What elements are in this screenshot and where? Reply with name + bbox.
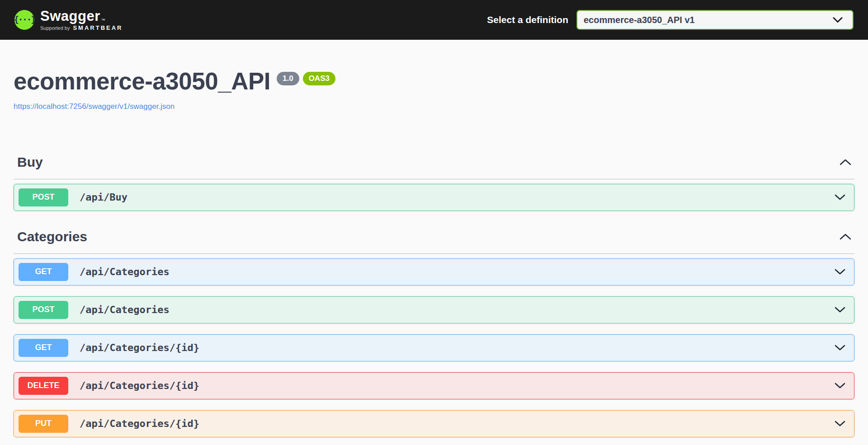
tagline: Supported by SMARTBEAR bbox=[40, 24, 123, 31]
tag-section-categories: Categories GET /api/Categories POST /api… bbox=[14, 229, 854, 437]
chevron-down-icon bbox=[834, 344, 846, 351]
collapse-section-button[interactable] bbox=[836, 233, 854, 240]
method-badge: GET bbox=[19, 339, 68, 357]
swagger-logo-icon: {···} bbox=[14, 10, 34, 30]
operation-row[interactable]: GET /api/Categories/{id} bbox=[14, 334, 854, 361]
version-badge: 1.0 bbox=[277, 72, 299, 85]
tag-title: Buy bbox=[14, 155, 43, 170]
chevron-down-icon bbox=[834, 420, 846, 427]
method-badge: POST bbox=[19, 301, 68, 319]
tag-title: Categories bbox=[14, 229, 87, 244]
operation-row[interactable]: POST /api/Buy bbox=[14, 184, 854, 211]
chevron-up-icon bbox=[839, 233, 852, 240]
tagline-prefix: Supported by bbox=[40, 25, 70, 31]
operation-row[interactable]: DELETE /api/Categories/{id} bbox=[14, 372, 854, 399]
definition-selector: Select a definition ecommerce-a3050_API … bbox=[487, 10, 854, 30]
method-badge: GET bbox=[19, 263, 68, 281]
tag-header-buy[interactable]: Buy bbox=[14, 155, 854, 179]
info-container: ecommerce-a3050_API 1.0 OAS3 https://loc… bbox=[14, 40, 854, 111]
chevron-down-icon bbox=[834, 382, 846, 389]
braces-icon: {···} bbox=[14, 14, 35, 24]
brand-name: Swagger bbox=[40, 9, 100, 23]
operation-path: /api/Categories/{id} bbox=[80, 380, 199, 391]
operation-path: /api/Buy bbox=[80, 192, 127, 203]
operation-path: /api/Categories bbox=[80, 266, 170, 277]
trademark: ™ bbox=[101, 18, 105, 23]
page-title: ecommerce-a3050_API bbox=[14, 68, 270, 95]
chevron-down-icon bbox=[834, 306, 846, 313]
tag-header-categories[interactable]: Categories bbox=[14, 229, 854, 254]
main-content: ecommerce-a3050_API 1.0 OAS3 https://loc… bbox=[0, 40, 868, 445]
method-badge: DELETE bbox=[19, 377, 68, 395]
expand-operation-button[interactable] bbox=[834, 194, 847, 201]
tag-section-buy: Buy POST /api/Buy bbox=[14, 155, 854, 211]
chevron-up-icon bbox=[839, 159, 852, 166]
expand-operation-button[interactable] bbox=[834, 306, 847, 313]
definition-select[interactable]: ecommerce-a3050_API v1 bbox=[576, 10, 854, 30]
operation-path: /api/Categories bbox=[80, 304, 170, 315]
operation-path: /api/Categories/{id} bbox=[80, 418, 199, 429]
chevron-down-icon bbox=[834, 268, 846, 275]
collapse-section-button[interactable] bbox=[836, 159, 854, 166]
smartbear-brand: SMARTBEAR bbox=[73, 24, 123, 31]
method-badge: POST bbox=[19, 188, 68, 206]
operation-row[interactable]: POST /api/Categories bbox=[14, 296, 854, 323]
method-badge: PUT bbox=[19, 415, 68, 433]
expand-operation-button[interactable] bbox=[834, 344, 847, 351]
expand-operation-button[interactable] bbox=[834, 268, 847, 275]
chevron-down-icon bbox=[834, 194, 846, 201]
oas3-badge: OAS3 bbox=[303, 72, 335, 85]
spec-url-link[interactable]: https://localhost:7256/swagger/v1/swagge… bbox=[14, 102, 175, 111]
expand-operation-button[interactable] bbox=[834, 382, 847, 389]
definition-label: Select a definition bbox=[487, 14, 568, 25]
operation-row[interactable]: GET /api/Categories bbox=[14, 258, 854, 286]
operation-path: /api/Categories/{id} bbox=[80, 342, 199, 353]
swagger-logo[interactable]: {···} Swagger ™ Supported by SMARTBEAR bbox=[14, 9, 123, 31]
expand-operation-button[interactable] bbox=[834, 420, 847, 427]
topbar: {···} Swagger ™ Supported by SMARTBEAR S… bbox=[0, 0, 868, 40]
operation-row[interactable]: PUT /api/Categories/{id} bbox=[14, 410, 854, 437]
